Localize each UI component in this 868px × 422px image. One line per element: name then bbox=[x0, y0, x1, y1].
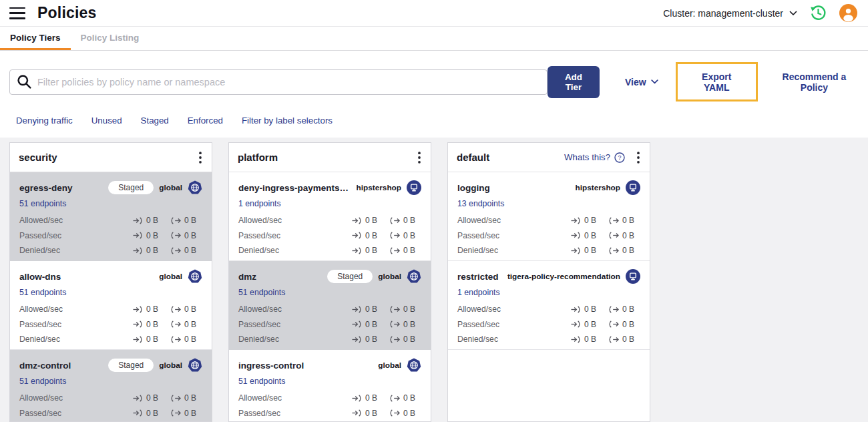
policy-card-restricted[interactable]: restrictedtigera-policy-recommendation 1… bbox=[448, 261, 650, 350]
view-dropdown-button[interactable]: View bbox=[625, 77, 658, 87]
ingress-arrow-icon bbox=[133, 247, 143, 254]
ingress-bytes: 0 B bbox=[133, 409, 164, 418]
egress-bytes: 0 B bbox=[609, 335, 640, 344]
endpoints-link[interactable]: 51 endpoints bbox=[19, 288, 66, 297]
policy-card-header: deny-ingress-paymentservi…hipstershop bbox=[238, 179, 421, 196]
ingress-value: 0 B bbox=[146, 246, 158, 255]
policy-card-dmz[interactable]: dmzStagedglobal 51 endpointsAllowed/sec … bbox=[229, 261, 431, 350]
metric-label: Denied/sec bbox=[19, 335, 133, 344]
egress-bytes: 0 B bbox=[390, 409, 421, 418]
egress-value: 0 B bbox=[184, 320, 196, 329]
egress-bytes: 0 B bbox=[390, 246, 421, 255]
egress-arrow-icon bbox=[390, 336, 400, 343]
metric-row-allowed-sec: Allowed/sec 0 B 0 B bbox=[19, 302, 202, 317]
whats-this-link[interactable]: Whats this? ? bbox=[564, 152, 625, 163]
endpoints-link[interactable]: 1 endpoints bbox=[457, 288, 500, 297]
tiers-board: security egress-denyStagedglobal 51 endp… bbox=[0, 138, 868, 422]
egress-bytes: 0 B bbox=[171, 304, 202, 314]
metric-row-allowed-sec: Allowed/sec 0 B 0 B bbox=[238, 391, 421, 406]
metric-label: Passed/sec bbox=[238, 231, 352, 240]
metric-label: Denied/sec bbox=[19, 246, 133, 255]
add-tier-button[interactable]: Add Tier bbox=[548, 66, 600, 98]
ingress-value: 0 B bbox=[365, 216, 377, 225]
policy-card-header: restrictedtigera-policy-recommendation bbox=[457, 268, 640, 285]
policy-card-dmz-control[interactable]: dmz-controlStagedglobal 51 endpointsAllo… bbox=[10, 350, 212, 422]
svg-text:?: ? bbox=[618, 154, 621, 161]
egress-bytes: 0 B bbox=[171, 216, 202, 225]
metric-label: Passed/sec bbox=[238, 320, 352, 329]
endpoints-link[interactable]: 13 endpoints bbox=[457, 199, 504, 208]
policy-card-egress-deny[interactable]: egress-denyStagedglobal 51 endpointsAllo… bbox=[10, 172, 212, 261]
endpoints-link[interactable]: 51 endpoints bbox=[238, 288, 285, 297]
ingress-bytes: 0 B bbox=[571, 335, 602, 344]
tier-column-platform: platform deny-ingress-paymentservi…hipst… bbox=[228, 142, 431, 422]
cluster-selector[interactable]: Cluster: management-cluster bbox=[663, 8, 797, 19]
ingress-value: 0 B bbox=[365, 231, 377, 240]
policy-card-deny-ingress-paymentservi[interactable]: deny-ingress-paymentservi…hipstershop 1 … bbox=[229, 172, 431, 261]
quick-filter-enforced[interactable]: Enforced bbox=[188, 116, 223, 126]
metric-row-denied-sec: Denied/sec 0 B 0 B bbox=[457, 332, 640, 347]
metric-row-denied-sec: Denied/sec 0 B 0 B bbox=[457, 243, 640, 258]
egress-value: 0 B bbox=[403, 231, 415, 240]
ingress-arrow-icon bbox=[352, 409, 362, 417]
metric-label: Denied/sec bbox=[238, 246, 352, 255]
metric-row-allowed-sec: Allowed/sec 0 B 0 B bbox=[238, 213, 421, 228]
egress-arrow-icon bbox=[390, 306, 400, 313]
metric-row-allowed-sec: Allowed/sec 0 B 0 B bbox=[238, 302, 421, 317]
search-input[interactable] bbox=[37, 77, 540, 87]
quick-filter-staged[interactable]: Staged bbox=[141, 116, 169, 126]
ingress-arrow-icon bbox=[571, 321, 581, 328]
ingress-arrow-icon bbox=[571, 336, 581, 343]
metric-row-allowed-sec: Allowed/sec 0 B 0 B bbox=[19, 213, 202, 228]
egress-arrow-icon bbox=[609, 306, 619, 313]
hamburger-menu-icon[interactable] bbox=[9, 7, 25, 19]
quick-filter-unused[interactable]: Unused bbox=[91, 116, 122, 126]
page-title: Policies bbox=[37, 4, 97, 22]
endpoints-link[interactable]: 51 endpoints bbox=[238, 377, 285, 386]
export-yaml-button[interactable]: Export YAML bbox=[690, 71, 743, 93]
endpoints-link[interactable]: 1 endpoints bbox=[238, 199, 281, 208]
egress-bytes: 0 B bbox=[171, 409, 202, 418]
ingress-bytes: 0 B bbox=[352, 320, 383, 329]
policy-card-allow-dns[interactable]: allow-dnsglobal 51 endpointsAllowed/sec … bbox=[10, 261, 212, 350]
metric-row-denied-sec: Denied/sec 0 B 0 B bbox=[238, 332, 421, 347]
metric-label: Allowed/sec bbox=[238, 216, 352, 225]
ingress-value: 0 B bbox=[365, 320, 377, 329]
ingress-bytes: 0 B bbox=[352, 216, 383, 225]
ingress-arrow-icon bbox=[133, 395, 143, 402]
quick-filter-denying-traffic[interactable]: Denying traffic bbox=[16, 116, 73, 126]
egress-arrow-icon bbox=[390, 232, 400, 239]
egress-bytes: 0 B bbox=[609, 246, 640, 255]
policy-card-ingress-control[interactable]: ingress-controlglobal 51 endpointsAllowe… bbox=[229, 350, 431, 422]
policy-name: ingress-control bbox=[238, 361, 373, 371]
egress-value: 0 B bbox=[622, 216, 634, 225]
policy-scope-label: global bbox=[159, 361, 182, 370]
policy-scope-label: global bbox=[159, 272, 182, 281]
egress-value: 0 B bbox=[184, 304, 196, 314]
quick-filter-filter-by-label-selectors[interactable]: Filter by label selectors bbox=[242, 116, 333, 126]
metric-row-denied-sec: Denied/sec 0 B 0 B bbox=[19, 332, 202, 347]
ingress-value: 0 B bbox=[365, 393, 377, 403]
metric-label: Passed/sec bbox=[19, 320, 133, 329]
tab-policy-tiers[interactable]: Policy Tiers bbox=[0, 27, 71, 50]
endpoints-link[interactable]: 51 endpoints bbox=[19, 199, 66, 208]
egress-bytes: 0 B bbox=[609, 216, 640, 225]
tier-menu-kebab-icon[interactable] bbox=[636, 150, 641, 165]
user-avatar-icon[interactable] bbox=[839, 4, 857, 22]
ingress-bytes: 0 B bbox=[133, 216, 164, 225]
search-row: Add Tier View Export YAML Recommend a Po… bbox=[9, 62, 857, 101]
egress-arrow-icon bbox=[390, 247, 400, 254]
tier-menu-kebab-icon[interactable] bbox=[417, 150, 422, 165]
metric-label: Allowed/sec bbox=[19, 393, 133, 403]
recommend-policy-button[interactable]: Recommend a Policy bbox=[771, 71, 857, 93]
endpoints-link[interactable]: 51 endpoints bbox=[19, 377, 66, 386]
tier-menu-kebab-icon[interactable] bbox=[198, 150, 203, 165]
metric-row-passed-sec: Passed/sec 0 B 0 B bbox=[457, 317, 640, 333]
ingress-arrow-icon bbox=[352, 217, 362, 224]
tier-name: security bbox=[19, 152, 198, 163]
policy-card-logging[interactable]: logginghipstershop 13 endpointsAllowed/s… bbox=[448, 172, 650, 261]
tab-policy-listing[interactable]: Policy Listing bbox=[71, 27, 150, 50]
ingress-bytes: 0 B bbox=[133, 335, 164, 344]
egress-bytes: 0 B bbox=[609, 304, 640, 314]
history-restore-icon[interactable] bbox=[809, 4, 827, 22]
